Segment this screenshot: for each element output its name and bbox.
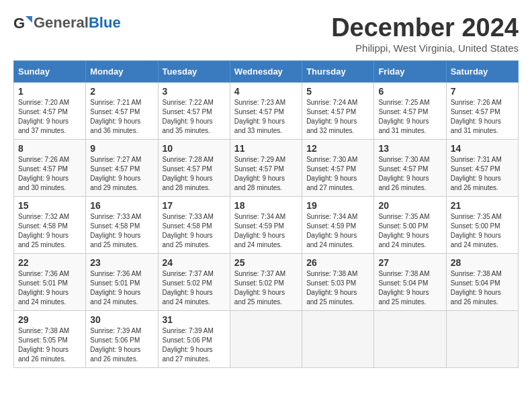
day-number: 30 — [90, 314, 153, 325]
week-row: 29 Sunrise: 7:38 AMSunset: 5:05 PMDaylig… — [14, 311, 519, 368]
day-number: 14 — [451, 143, 514, 154]
calendar-cell: 19 Sunrise: 7:34 AMSunset: 4:59 PMDaylig… — [302, 197, 374, 254]
day-number: 18 — [234, 200, 298, 211]
header-thursday: Thursday — [302, 61, 374, 83]
day-number: 25 — [234, 257, 298, 268]
day-number: 17 — [163, 200, 226, 211]
day-number: 22 — [18, 257, 81, 268]
day-number: 13 — [378, 143, 441, 154]
calendar-cell: 2 Sunrise: 7:21 AMSunset: 4:57 PMDayligh… — [86, 83, 158, 140]
calendar-cell: 7 Sunrise: 7:26 AMSunset: 4:57 PMDayligh… — [446, 83, 518, 140]
calendar-cell: 15 Sunrise: 7:32 AMSunset: 4:58 PMDaylig… — [14, 197, 86, 254]
day-info: Sunrise: 7:32 AMSunset: 4:58 PMDaylight:… — [18, 213, 69, 248]
day-info: Sunrise: 7:21 AMSunset: 4:57 PMDaylight:… — [90, 99, 141, 134]
logo: G GeneralBlue — [13, 13, 121, 32]
logo-blue-text: Blue — [89, 14, 121, 32]
calendar-cell: 12 Sunrise: 7:30 AMSunset: 4:57 PMDaylig… — [302, 140, 374, 197]
calendar-cell: 1 Sunrise: 7:20 AMSunset: 4:57 PMDayligh… — [14, 83, 86, 140]
day-number: 23 — [90, 257, 153, 268]
day-info: Sunrise: 7:33 AMSunset: 4:58 PMDaylight:… — [90, 213, 141, 248]
day-number: 11 — [234, 143, 298, 154]
week-row: 22 Sunrise: 7:36 AMSunset: 5:01 PMDaylig… — [14, 254, 519, 311]
day-info: Sunrise: 7:36 AMSunset: 5:01 PMDaylight:… — [90, 270, 141, 306]
day-number: 29 — [18, 314, 81, 325]
day-number: 21 — [451, 200, 514, 211]
calendar-cell — [302, 311, 374, 368]
day-number: 28 — [451, 257, 514, 268]
day-number: 27 — [378, 257, 441, 268]
day-number: 3 — [163, 86, 226, 97]
week-row: 1 Sunrise: 7:20 AMSunset: 4:57 PMDayligh… — [14, 83, 519, 140]
calendar-cell: 22 Sunrise: 7:36 AMSunset: 5:01 PMDaylig… — [14, 254, 86, 311]
day-info: Sunrise: 7:38 AMSunset: 5:05 PMDaylight:… — [18, 327, 69, 363]
calendar-cell: 18 Sunrise: 7:34 AMSunset: 4:59 PMDaylig… — [230, 197, 302, 254]
day-number: 24 — [163, 257, 226, 268]
day-info: Sunrise: 7:29 AMSunset: 4:57 PMDaylight:… — [234, 156, 285, 191]
month-title: December 2024 — [331, 13, 519, 42]
calendar-table: SundayMondayTuesdayWednesdayThursdayFrid… — [13, 60, 519, 368]
day-info: Sunrise: 7:39 AMSunset: 5:06 PMDaylight:… — [90, 327, 141, 363]
header-saturday: Saturday — [446, 61, 518, 83]
day-number: 19 — [306, 200, 369, 211]
day-info: Sunrise: 7:23 AMSunset: 4:57 PMDaylight:… — [234, 99, 285, 134]
day-info: Sunrise: 7:38 AMSunset: 5:04 PMDaylight:… — [451, 270, 502, 306]
calendar-cell: 3 Sunrise: 7:22 AMSunset: 4:57 PMDayligh… — [158, 83, 230, 140]
day-info: Sunrise: 7:22 AMSunset: 4:57 PMDaylight:… — [163, 99, 214, 134]
day-number: 10 — [163, 143, 226, 154]
calendar-cell: 11 Sunrise: 7:29 AMSunset: 4:57 PMDaylig… — [230, 140, 302, 197]
header-sunday: Sunday — [14, 61, 86, 83]
calendar-cell: 13 Sunrise: 7:30 AMSunset: 4:57 PMDaylig… — [374, 140, 446, 197]
calendar-cell: 6 Sunrise: 7:25 AMSunset: 4:57 PMDayligh… — [374, 83, 446, 140]
day-number: 7 — [451, 86, 514, 97]
calendar-cell: 29 Sunrise: 7:38 AMSunset: 5:05 PMDaylig… — [14, 311, 86, 368]
calendar-cell: 8 Sunrise: 7:26 AMSunset: 4:57 PMDayligh… — [14, 140, 86, 197]
week-row: 8 Sunrise: 7:26 AMSunset: 4:57 PMDayligh… — [14, 140, 519, 197]
day-number: 2 — [90, 86, 153, 97]
logo-icon: G — [13, 13, 32, 32]
calendar-cell: 9 Sunrise: 7:27 AMSunset: 4:57 PMDayligh… — [86, 140, 158, 197]
day-number: 12 — [306, 143, 369, 154]
day-info: Sunrise: 7:30 AMSunset: 4:57 PMDaylight:… — [306, 156, 357, 191]
day-number: 5 — [306, 86, 369, 97]
day-info: Sunrise: 7:30 AMSunset: 4:57 PMDaylight:… — [378, 156, 429, 191]
day-number: 26 — [306, 257, 369, 268]
calendar-cell: 16 Sunrise: 7:33 AMSunset: 4:58 PMDaylig… — [86, 197, 158, 254]
day-info: Sunrise: 7:38 AMSunset: 5:03 PMDaylight:… — [306, 270, 357, 306]
calendar-cell: 25 Sunrise: 7:37 AMSunset: 5:02 PMDaylig… — [230, 254, 302, 311]
day-info: Sunrise: 7:20 AMSunset: 4:57 PMDaylight:… — [18, 99, 69, 134]
location: Philippi, West Virginia, United States — [331, 42, 519, 54]
calendar-cell: 26 Sunrise: 7:38 AMSunset: 5:03 PMDaylig… — [302, 254, 374, 311]
day-info: Sunrise: 7:33 AMSunset: 4:58 PMDaylight:… — [163, 213, 214, 248]
day-info: Sunrise: 7:28 AMSunset: 4:57 PMDaylight:… — [163, 156, 214, 191]
logo-general-text: General — [34, 14, 89, 32]
calendar-cell: 4 Sunrise: 7:23 AMSunset: 4:57 PMDayligh… — [230, 83, 302, 140]
day-info: Sunrise: 7:35 AMSunset: 5:00 PMDaylight:… — [378, 213, 429, 248]
day-number: 4 — [234, 86, 298, 97]
day-number: 16 — [90, 200, 153, 211]
day-number: 1 — [18, 86, 81, 97]
day-number: 15 — [18, 200, 81, 211]
calendar-cell: 17 Sunrise: 7:33 AMSunset: 4:58 PMDaylig… — [158, 197, 230, 254]
day-info: Sunrise: 7:39 AMSunset: 5:06 PMDaylight:… — [163, 327, 214, 363]
day-info: Sunrise: 7:25 AMSunset: 4:57 PMDaylight:… — [378, 99, 429, 134]
calendar-cell: 30 Sunrise: 7:39 AMSunset: 5:06 PMDaylig… — [86, 311, 158, 368]
header: G GeneralBlue December 2024 Philippi, We… — [13, 13, 519, 54]
day-info: Sunrise: 7:37 AMSunset: 5:02 PMDaylight:… — [163, 270, 214, 306]
day-info: Sunrise: 7:36 AMSunset: 5:01 PMDaylight:… — [18, 270, 69, 306]
calendar-cell: 24 Sunrise: 7:37 AMSunset: 5:02 PMDaylig… — [158, 254, 230, 311]
svg-text:G: G — [13, 15, 25, 32]
day-info: Sunrise: 7:31 AMSunset: 4:57 PMDaylight:… — [451, 156, 502, 191]
day-number: 6 — [378, 86, 441, 97]
header-friday: Friday — [374, 61, 446, 83]
header-tuesday: Tuesday — [158, 61, 230, 83]
week-row: 15 Sunrise: 7:32 AMSunset: 4:58 PMDaylig… — [14, 197, 519, 254]
calendar-cell: 14 Sunrise: 7:31 AMSunset: 4:57 PMDaylig… — [446, 140, 518, 197]
title-area: December 2024 Philippi, West Virginia, U… — [331, 13, 519, 54]
day-info: Sunrise: 7:34 AMSunset: 4:59 PMDaylight:… — [234, 213, 285, 248]
day-info: Sunrise: 7:35 AMSunset: 5:00 PMDaylight:… — [451, 213, 502, 248]
calendar-cell: 5 Sunrise: 7:24 AMSunset: 4:57 PMDayligh… — [302, 83, 374, 140]
day-info: Sunrise: 7:27 AMSunset: 4:57 PMDaylight:… — [90, 156, 141, 191]
calendar-cell: 31 Sunrise: 7:39 AMSunset: 5:06 PMDaylig… — [158, 311, 230, 368]
day-info: Sunrise: 7:37 AMSunset: 5:02 PMDaylight:… — [234, 270, 285, 306]
day-info: Sunrise: 7:38 AMSunset: 5:04 PMDaylight:… — [378, 270, 429, 306]
